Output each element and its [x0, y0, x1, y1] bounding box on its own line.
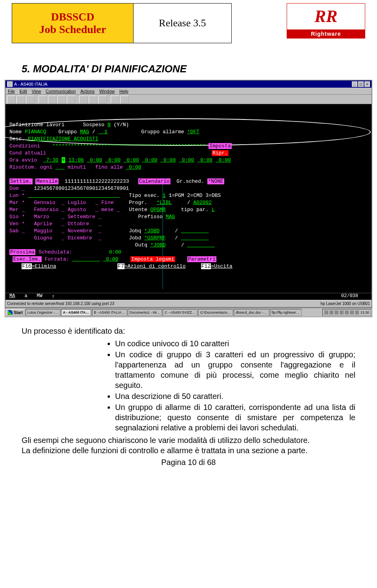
status-arrow: ⇧: [52, 293, 55, 300]
logo-text: Rightware: [287, 29, 365, 38]
menu-view[interactable]: View: [32, 89, 41, 94]
taskbar-item[interactable]: Documento1 - Mi…: [128, 309, 162, 316]
tray-icon[interactable]: [335, 311, 339, 314]
doc-header: DBSSCD Job Scheduler Release 3.5 RR Righ…: [0, 0, 377, 43]
toolbar-btn[interactable]: [26, 96, 35, 103]
window-statusbar: Connected to remote server/host 192.168.…: [5, 300, 372, 307]
toolbar-btn[interactable]: [120, 96, 129, 103]
row-lun: Lun * Tipo esec. 1 1=PGM 2=CMD 3=DBS: [9, 192, 368, 199]
windows-icon: [8, 310, 13, 315]
row-fkeys: F16=Elimina F7=Azioni di controllo F12=U…: [9, 263, 368, 270]
tray-icon[interactable]: [350, 311, 354, 314]
status-a: a: [24, 293, 27, 300]
menu-comm[interactable]: Communication: [46, 89, 75, 94]
clock: 13.30: [360, 311, 369, 314]
row-outq: Outq *JOBD /: [9, 242, 368, 249]
menu-file[interactable]: File: [8, 89, 15, 94]
start-button[interactable]: Start: [6, 309, 25, 316]
taskbar-item[interactable]: dbsscd_doc.doc -…: [234, 309, 269, 316]
bullet-item: Una descrizione di 50 caratteri.: [115, 391, 355, 401]
menubar[interactable]: File Edit View Communication Actions Win…: [5, 88, 372, 95]
taskbar[interactable]: Start Lotus Organizer -… A - AS400 ITA… …: [5, 308, 372, 317]
header-release: Release 3.5: [134, 3, 232, 43]
row-ven: Ven * Aprile _ Ottobre _: [9, 220, 368, 228]
bullet-item: Un codice di gruppo di 3 caratteri ed un…: [115, 349, 355, 390]
bullet-list: Un codice univoco di 10 caratteri Un cod…: [108, 338, 355, 433]
taskbar-item[interactable]: G:\Documentazio…: [198, 309, 233, 316]
taskbar-item[interactable]: B - AS400 ITALIA…: [92, 309, 127, 316]
toolbar-btn[interactable]: [89, 96, 97, 103]
window-icon: [7, 81, 13, 87]
status-cursor-pos: 02/038: [341, 293, 358, 300]
page-number: Pagina 10 di 68: [0, 458, 377, 467]
tray-icon[interactable]: [329, 311, 333, 314]
menu-help[interactable]: Help: [119, 89, 128, 94]
connection-status: Connected to remote server/host 192.168.…: [7, 301, 114, 306]
terminal-window: A - AS400 ITALIA _ □ × File Edit View Co…: [5, 80, 372, 308]
menu-window[interactable]: Window: [99, 89, 115, 94]
row-condizioni: Condizioni *****************************…: [9, 143, 368, 150]
row-nome: Nome PIANACQ Gruppo MAG / 1 Gruppo allar…: [9, 129, 368, 136]
row-definition: Definizione lavori Sospeso N (Y/N): [9, 121, 368, 129]
toolbar-btn[interactable]: [111, 96, 119, 103]
menu-edit[interactable]: Edit: [20, 89, 27, 94]
toolbar-btn[interactable]: [16, 96, 25, 103]
tray-icon[interactable]: [324, 311, 328, 314]
intro-text: Un processo è identificato da:: [22, 326, 355, 336]
row-sab: Sab _ Maggio _ Novembre _ Jobq *JOBD /: [9, 228, 368, 235]
tray-icon[interactable]: [340, 311, 344, 314]
window-titlebar: A - AS400 ITALIA _ □ ×: [5, 81, 372, 88]
toolbar-btn[interactable]: [98, 96, 107, 103]
minimize-button[interactable]: _: [352, 81, 357, 87]
row-condattuali: Cond attuali Ripr.: [9, 150, 368, 157]
taskbar-item[interactable]: A - AS400 ITA…: [61, 309, 91, 316]
bullet-item: Un gruppo di allarme di 10 caratteri, co…: [115, 402, 355, 433]
section-title: 5. MODALITA' DI PIANIFICAZIONE: [22, 63, 377, 75]
row-gio: Gio * Marzo _ Settembre _ Prefisso MAG: [9, 213, 368, 220]
toolbar-btn[interactable]: [79, 96, 88, 103]
maximize-button[interactable]: □: [358, 81, 364, 87]
header-brand-line2: Job Scheduler: [39, 23, 106, 36]
bullet-item: Un codice univoco di 10 caratteri: [115, 338, 355, 349]
menu-actions[interactable]: Actions: [81, 89, 95, 94]
terminal-screen[interactable]: Definizione lavori Sospeso N (Y/N) Nome …: [5, 104, 372, 293]
printer-status: hp LaserJet 1000 on USB01: [320, 301, 370, 306]
toolbar-btn[interactable]: [57, 96, 66, 103]
close-button[interactable]: ×: [364, 81, 370, 87]
row-settim-header: Settim. Mensile 111111111122222222233 Ca…: [9, 178, 368, 185]
row-prossima: Prossima Schedulata: 0:00: [9, 249, 368, 256]
row-mer: Mer _ Febbraio _ Agosto _ mese _ Utente …: [9, 206, 368, 213]
status-mw: MW: [37, 293, 42, 300]
header-left-block: DBSSCD Job Scheduler: [12, 3, 134, 43]
taskbar-item[interactable]: C - AS400 SVIZZ…: [163, 309, 197, 316]
row-giugno: Giugno _ Dicembre _ Jobd *USRPRF /: [9, 235, 368, 242]
header-brand-line1: DBSSCD: [51, 11, 94, 23]
para-2: La definizione delle funzioni di control…: [22, 445, 355, 456]
toolbar-btn[interactable]: [7, 96, 16, 103]
body-text: Un processo è identificato da: Un codice…: [22, 326, 355, 456]
taskbar-item[interactable]: Lotus Organizer -…: [26, 309, 60, 316]
row-esecimm: Esec.Imm. Forzata: 0:00 Imposta legami P…: [9, 256, 368, 263]
tray-icon[interactable]: [345, 311, 349, 314]
system-tray[interactable]: 13.30: [322, 309, 371, 316]
vendor-logo: RR Rightware: [287, 3, 365, 39]
row-mar: Mar * Gennaio _ Luglio _ Fine Progr. *LI…: [9, 199, 368, 206]
row-oraavvio: Ora avvio 7:30 + 13:00 0:00 0:00 0:00 0:…: [9, 157, 368, 164]
taskbar-item[interactable]: ftp://ftp.rightwar…: [270, 309, 302, 316]
row-risottom: Risottom. ogni minuti fino alle 0:00: [9, 164, 368, 171]
window-title: A - AS400 ITALIA: [14, 82, 48, 86]
row-dom: Dom _ 123456789012345678901234567890​1: [9, 185, 368, 192]
tray-icon[interactable]: [355, 311, 359, 314]
toolbar-btn[interactable]: [48, 96, 57, 103]
para-1: Gli esempi che seguono chiariscono le va…: [22, 435, 355, 445]
toolbar-btn[interactable]: [67, 96, 75, 103]
row-desc: Desc. PIANIFICAZIONE ACQUISTI: [9, 136, 368, 143]
terminal-status-line: MA a MW ⇧ 02/038: [5, 293, 372, 300]
logo-monogram: RR: [287, 4, 365, 29]
toolbar[interactable]: [5, 95, 372, 104]
toolbar-btn[interactable]: [38, 96, 47, 103]
